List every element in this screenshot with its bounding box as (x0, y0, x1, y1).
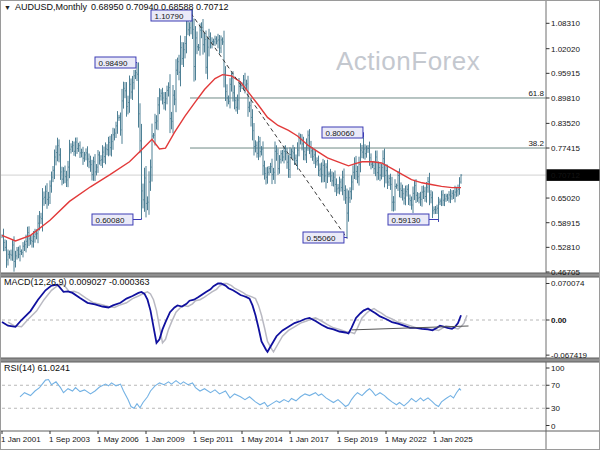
fib-percent-label: 38.2 (528, 139, 544, 148)
title-symbol-period: AUDUSD,Monthly (15, 2, 87, 12)
x-axis-tick[interactable]: 1 May 2022 (385, 435, 427, 444)
chart-outer-border (1, 1, 600, 450)
ohlc-bars[interactable] (2, 9, 461, 272)
price-label-text: 0.60080 (96, 216, 125, 225)
rsi-panel (2, 380, 546, 409)
current-price-value: 0.70712 (551, 171, 580, 180)
y-axis-tick: 0.83520 (551, 119, 580, 128)
price-label-text: 0.98490 (99, 59, 128, 68)
y-axis-tick: 0.58915 (551, 219, 580, 228)
y-axis-tick: 0.89810 (551, 94, 580, 103)
price-label-text: 0.80060 (326, 129, 355, 138)
y-axis-tick: 1.08310 (551, 19, 580, 28)
y-axis-tick: 100 (551, 364, 565, 373)
x-axis-tick[interactable]: 1 May 2006 (97, 435, 139, 444)
x-axis-tick[interactable]: 1 Jan 2009 (145, 435, 185, 444)
chart-title: ▼ AUDUSD,Monthly 0.68950 0.70940 0.68588… (4, 2, 229, 12)
chart-window: ActionForex ▼ AUDUSD,Monthly 0.68950 0.7… (0, 0, 600, 450)
y-axis-tick: 0.95915 (551, 69, 580, 78)
y-axis-tick: 70 (551, 381, 560, 390)
y-axis-tick: 0.00 (551, 316, 567, 325)
y-axis-tick: 0.46705 (551, 268, 580, 277)
x-axis-tick[interactable]: 1 Sep 2011 (193, 435, 234, 444)
y-axis-tick: 0.52810 (551, 243, 580, 252)
dashed-trendline[interactable] (191, 13, 347, 238)
y-axis-tick: 0.070074 (551, 279, 585, 288)
x-axis-tick[interactable]: 1 Jan 2001 (1, 435, 41, 444)
x-axis-tick[interactable]: 1 Jan 2025 (433, 435, 473, 444)
chart-canvas[interactable]: 1.107900.984900.800600.600800.550600.591… (0, 0, 600, 450)
fib-percent-label: 61.8 (528, 89, 544, 98)
rsi-indicator-label: RSI(14) 61.0241 (4, 363, 70, 373)
y-axis-tick: 0.65020 (551, 194, 580, 203)
x-axis-tick[interactable]: 1 Sep 2003 (49, 435, 90, 444)
y-axis-tick: 0 (551, 422, 556, 431)
macd-indicator-label: MACD(12,26,9) 0.009027 -0.000363 (4, 277, 150, 287)
price-label-text: 0.59130 (392, 216, 421, 225)
y-axis-tick: 0.77415 (551, 144, 580, 153)
macd-panel (2, 284, 546, 352)
macd-line (2, 284, 461, 352)
x-axis-tick[interactable]: 1 Jan 2017 (289, 435, 329, 444)
panel-separator[interactable] (0, 358, 600, 362)
rsi-line (20, 380, 461, 409)
price-label-text: 0.55060 (307, 234, 336, 243)
price-label-text: 1.10790 (155, 12, 184, 21)
x-axis-tick[interactable]: 1 May 2014 (241, 435, 283, 444)
y-axis-tick: 1.02020 (551, 45, 580, 54)
price-panel: 1.107900.984900.800600.600800.550600.591… (0, 9, 546, 272)
title-ohlc-values: 0.68950 0.70940 0.68588 0.70712 (91, 2, 229, 12)
y-axis-tick: -0.067419 (551, 351, 588, 360)
y-axis-tick: 30 (551, 404, 560, 413)
symbol-dropdown-icon[interactable]: ▼ (4, 4, 11, 11)
x-axis-tick[interactable]: 1 Sep 2019 (337, 435, 378, 444)
